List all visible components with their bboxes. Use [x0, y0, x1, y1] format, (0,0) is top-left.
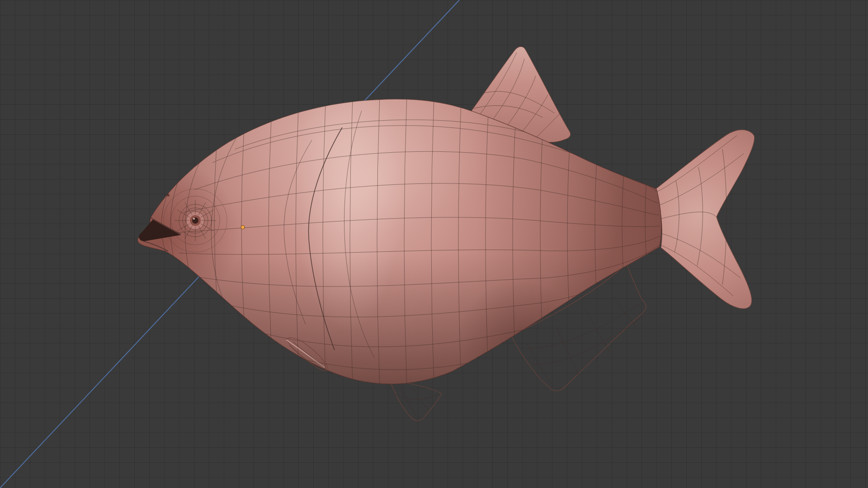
caudal-fin: [655, 130, 755, 309]
nostril: [167, 194, 170, 197]
fish-body: [137, 99, 661, 384]
viewport-scene: [0, 0, 868, 488]
3d-viewport[interactable]: [0, 0, 868, 488]
object-origin-dot[interactable]: [241, 225, 245, 229]
fish-mesh-object[interactable]: [137, 47, 754, 421]
pelvic-fin: [390, 380, 442, 421]
eye-highlight: [193, 218, 195, 220]
